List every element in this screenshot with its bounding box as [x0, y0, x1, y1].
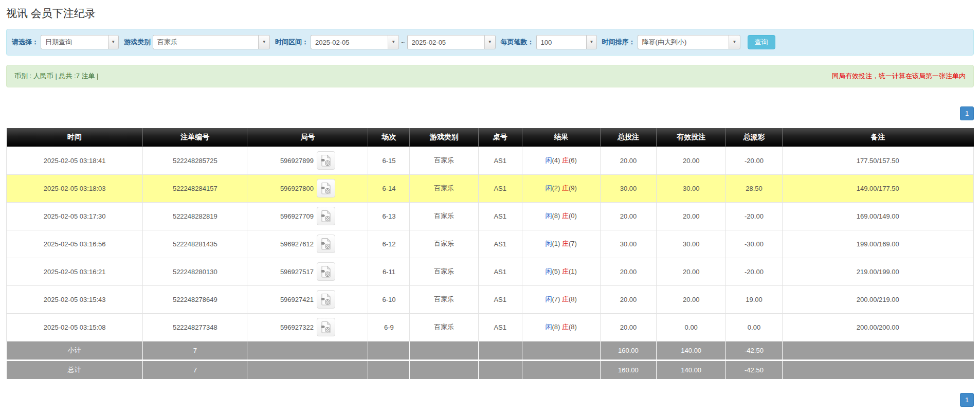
search-button[interactable]: 查询: [748, 35, 775, 49]
cell-bet-id: 522248282819: [143, 202, 247, 230]
video-file-icon: [320, 293, 332, 306]
cell-table-no: AS1: [478, 147, 522, 174]
cell-round-id: 596927612: [247, 230, 368, 258]
cell-session: 6-10: [368, 285, 410, 313]
total-row-total-bet: 160.00: [600, 360, 656, 379]
sort-order-label: 时间排序：: [602, 38, 636, 47]
date-from-dropdown-button[interactable]: ▼: [388, 35, 399, 49]
video-file-icon: [320, 321, 332, 333]
video-replay-button[interactable]: [317, 207, 335, 225]
column-header-8: 总投注: [600, 128, 656, 147]
column-header-9: 有效投注: [657, 128, 726, 147]
cell-total-bet: 30.00: [600, 230, 656, 258]
summary-notice-text: 同局有效投注，统一计算在该局第一张注单内: [832, 71, 966, 81]
banker-result-value: (1): [569, 267, 577, 275]
cell-game-type: 百家乐: [410, 258, 479, 285]
pagination-page-button[interactable]: 1: [960, 106, 974, 120]
subtotal-row-game: [410, 341, 479, 360]
date-to-dropdown-button[interactable]: ▼: [484, 35, 496, 49]
cell-table-no: AS1: [478, 258, 522, 285]
game-type-input[interactable]: [153, 35, 258, 49]
date-to-input[interactable]: [407, 35, 484, 49]
total-row-count: 7: [143, 360, 247, 379]
time-range-label: 时间区间：: [275, 38, 308, 47]
player-result-label: 闲: [546, 212, 552, 220]
total-row-game: [410, 360, 479, 379]
cell-remark: 200.00/219.00: [782, 285, 973, 313]
table-row: 2025-02-05 03:15:08 522248277348 5969273…: [7, 313, 974, 341]
column-header-3: 局号: [247, 128, 368, 147]
round-number: 596927612: [280, 240, 314, 248]
pagination-bottom: 1: [6, 393, 974, 407]
column-header-4: 场次: [368, 128, 410, 147]
date-from-combobox: ▼: [311, 35, 399, 49]
video-replay-button[interactable]: [317, 318, 335, 336]
cell-result: 闲(8) 庄(8): [522, 313, 600, 341]
video-replay-button[interactable]: [317, 290, 335, 309]
cell-bet-id: 522248278649: [143, 285, 247, 313]
cell-valid-bet: 20.00: [657, 285, 726, 313]
sort-order-input[interactable]: [638, 35, 729, 49]
banker-result-label: 庄: [562, 212, 569, 220]
query-type-input[interactable]: [41, 35, 108, 49]
cell-total-bet: 20.00: [600, 258, 656, 285]
cell-payout: 28.50: [726, 174, 782, 202]
cell-payout: -20.00: [726, 147, 782, 174]
cell-time: 2025-02-05 03:16:56: [7, 230, 143, 258]
chevron-down-icon: ▼: [111, 40, 115, 44]
table-header-row: 时间注单编号局号场次游戏类别桌号结果总投注有效投注总派彩备注: [7, 128, 974, 147]
cell-total-bet: 20.00: [600, 313, 656, 341]
player-result-value: (5): [552, 267, 562, 275]
date-from-input[interactable]: [311, 35, 388, 49]
table-row: 2025-02-05 03:17:30 522248282819 5969277…: [7, 202, 974, 230]
player-result-label: 闲: [546, 295, 552, 303]
cell-round-id: 596927322: [247, 313, 368, 341]
cell-round-id: 596927517: [247, 258, 368, 285]
round-number: 596927800: [280, 185, 314, 192]
sort-order-dropdown-button[interactable]: ▼: [729, 35, 740, 49]
cell-remark: 200.00/200.00: [782, 313, 973, 341]
page-size-combobox: ▼: [536, 35, 597, 49]
cell-time: 2025-02-05 03:16:21: [7, 258, 143, 285]
banker-result-label: 庄: [562, 267, 569, 275]
pagination-page-button[interactable]: 1: [960, 393, 974, 407]
cell-result: 闲(1) 庄(7): [522, 230, 600, 258]
round-number: 596927709: [280, 212, 314, 220]
banker-result-label: 庄: [562, 184, 569, 192]
table-row: 2025-02-05 03:16:21 522248280130 5969275…: [7, 258, 974, 285]
query-type-combobox: ▼: [41, 35, 119, 49]
cell-result: 闲(4) 庄(6): [522, 147, 600, 174]
chevron-down-icon: ▼: [733, 40, 737, 44]
subtotal-row-session: [368, 341, 410, 360]
cell-remark: 219.00/199.00: [782, 258, 973, 285]
player-result-label: 闲: [546, 240, 552, 247]
cell-table-no: AS1: [478, 285, 522, 313]
cell-bet-id: 522248281435: [143, 230, 247, 258]
video-replay-button[interactable]: [317, 262, 335, 281]
video-replay-button[interactable]: [317, 151, 335, 170]
game-type-dropdown-button[interactable]: ▼: [258, 35, 270, 49]
player-result-value: (7): [552, 295, 562, 303]
query-type-dropdown-button[interactable]: ▼: [108, 35, 119, 49]
total-row-valid-bet: 140.00: [657, 360, 726, 379]
page-size-input[interactable]: [536, 35, 587, 49]
pagination-top: 1: [6, 106, 974, 120]
video-replay-button[interactable]: [317, 179, 335, 197]
video-file-icon: [320, 182, 332, 194]
video-replay-button[interactable]: [317, 235, 335, 253]
subtotal-row-total-bet: 160.00: [600, 341, 656, 360]
cell-bet-id: 522248277348: [143, 313, 247, 341]
cell-remark: 169.00/149.00: [782, 202, 973, 230]
cell-result: 闲(5) 庄(1): [522, 258, 600, 285]
chevron-down-icon: ▼: [262, 40, 266, 44]
player-result-label: 闲: [546, 323, 552, 331]
column-header-6: 桌号: [478, 128, 522, 147]
round-number: 596927899: [280, 157, 314, 165]
subtotal-row-remark: [782, 341, 973, 360]
player-result-label: 闲: [546, 267, 552, 275]
page-size-dropdown-button[interactable]: ▼: [586, 35, 596, 49]
round-number: 596927322: [280, 324, 314, 331]
total-row-payout: -42.50: [726, 360, 782, 379]
table-row: 2025-02-05 03:16:56 522248281435 5969276…: [7, 230, 974, 258]
cell-session: 6-12: [368, 230, 410, 258]
